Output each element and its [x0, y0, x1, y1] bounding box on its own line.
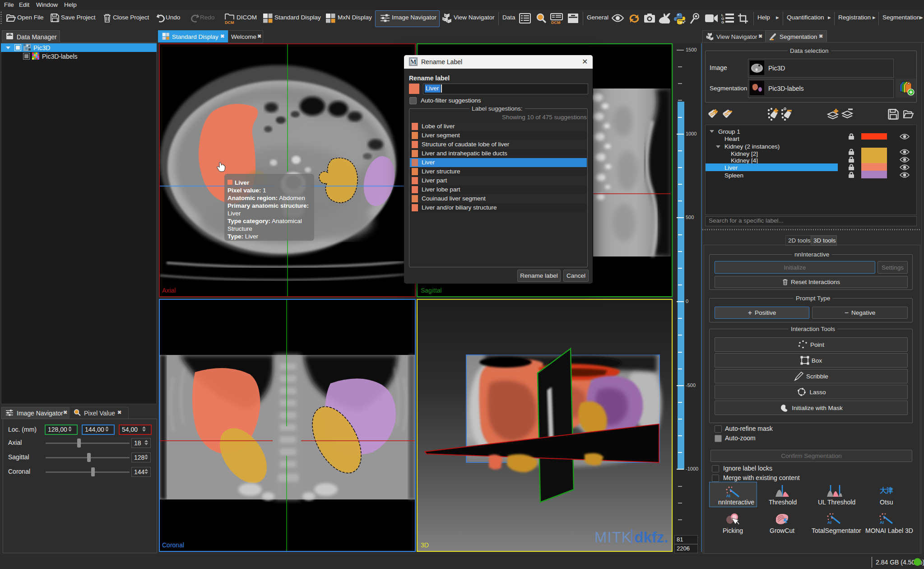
svg-text:Sagittal: Sagittal	[421, 287, 442, 294]
svg-text:AI: AI	[827, 520, 831, 524]
svg-text:DCM: DCM	[551, 20, 561, 24]
svg-text:AI: AI	[880, 520, 884, 524]
svg-text:3D: 3D	[421, 541, 429, 549]
svg-text:MITK: MITK	[594, 529, 632, 546]
svg-text:dkfz.: dkfz.	[634, 529, 668, 546]
svg-text:G: G	[721, 20, 724, 24]
svg-text:DCM: DCM	[225, 20, 234, 24]
svg-text:Coronal: Coronal	[162, 541, 184, 549]
svg-text:AI: AI	[726, 494, 730, 498]
svg-text:Axial: Axial	[162, 287, 176, 294]
svg-text:M: M	[410, 59, 416, 65]
